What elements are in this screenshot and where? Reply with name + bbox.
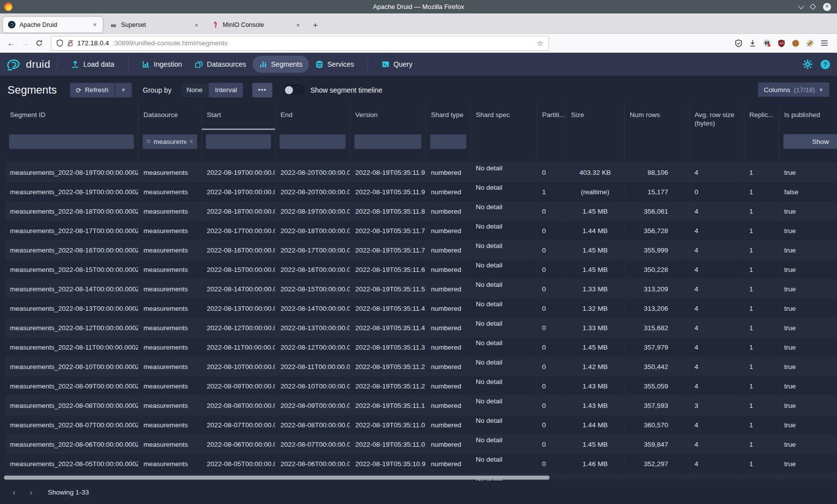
nav-item-query[interactable]: Query — [375, 56, 419, 73]
column-header-version[interactable]: Version — [350, 104, 426, 130]
tab-minio-console[interactable]: MinIO Console × — [206, 16, 306, 33]
filter-input-segment_id[interactable] — [9, 134, 134, 149]
filter-input-version[interactable] — [354, 134, 421, 149]
column-header-num_rows[interactable]: Num rows — [625, 104, 690, 130]
filter-input-end[interactable] — [279, 134, 346, 149]
column-header-label: End — [280, 111, 339, 120]
new-tab-button[interactable]: + — [308, 20, 323, 33]
help-icon[interactable]: ? — [821, 60, 830, 69]
more-options-button[interactable]: ••• — [252, 83, 273, 98]
next-page-icon[interactable]: › — [24, 486, 38, 500]
filter-tag-datasource[interactable]: =measureme× — [142, 134, 197, 149]
table-row[interactable]: measurements_2022-08-05T00:00:00.000Z...… — [5, 454, 837, 474]
cell-value: numbered — [431, 441, 461, 448]
snowflake-extension-icon[interactable] — [806, 39, 814, 47]
cell-value: 1.46 MB — [582, 460, 607, 468]
table-row[interactable]: measurements_2022-08-19T00:00:00.000Z...… — [5, 163, 837, 182]
settings-gear-icon[interactable] — [803, 59, 813, 69]
cell-version: 2022-08-19T05:35:11.0... — [350, 415, 426, 434]
cell-shard_spec: No detail — [471, 260, 537, 279]
tab-close-icon[interactable]: × — [295, 21, 301, 29]
close-icon[interactable]: × — [189, 137, 193, 145]
containers-extension-icon[interactable] — [763, 39, 771, 47]
url-bar[interactable]: 172.18.0.4:30899/unified-console.html#se… — [51, 36, 549, 51]
group-by-interval-button[interactable]: Interval — [208, 83, 243, 98]
cell-value: 355,999 — [644, 247, 668, 254]
menu-hamburger-icon[interactable] — [821, 40, 828, 46]
nav-item-segments[interactable]: Segments — [253, 56, 309, 73]
tab-close-icon[interactable]: × — [193, 21, 199, 29]
downloads-icon[interactable] — [749, 39, 756, 47]
cell-value: true — [784, 382, 796, 390]
column-header-start[interactable]: Start — [202, 104, 276, 130]
nav-item-load-data[interactable]: Load data — [65, 56, 121, 73]
insecure-lock-icon[interactable] — [67, 39, 74, 47]
refresh-button[interactable]: ⟳ Refresh — [70, 83, 115, 98]
table-row[interactable]: measurements_2022-08-15T00:00:00.000Z...… — [5, 260, 837, 279]
is-published-show-button[interactable]: Show — [783, 134, 837, 149]
filter-input-start[interactable] — [206, 134, 271, 149]
column-header-segment_id[interactable]: Segment ID — [5, 104, 139, 130]
chevron-down-icon: ▼ — [121, 87, 126, 93]
window-maximize-icon[interactable] — [810, 3, 816, 10]
column-header-size[interactable]: Size — [566, 104, 625, 130]
table-row[interactable]: measurements_2022-08-11T00:00:00.000Z...… — [5, 338, 837, 357]
column-header-shard_type[interactable]: Shard type — [426, 104, 471, 130]
table-row[interactable]: measurements_2022-08-07T00:00:00.000Z...… — [5, 415, 837, 435]
protections-shield-icon[interactable] — [735, 39, 742, 47]
cell-value: 2022-08-19T05:35:11.2... — [355, 382, 426, 390]
cell-shard_spec: No detail — [471, 299, 537, 318]
column-header-replication[interactable]: Replic... — [744, 104, 779, 130]
horizontal-scrollbar[interactable] — [0, 475, 837, 480]
table-row[interactable]: measurements_2022-08-17T00:00:00.000Z...… — [5, 221, 837, 241]
nav-item-datasources[interactable]: Datasources — [188, 56, 253, 73]
cell-datasource: measurements — [139, 299, 202, 318]
permissions-shield-icon[interactable] — [56, 39, 63, 47]
scrollbar-thumb[interactable] — [4, 476, 550, 480]
group-by-none-button[interactable]: None — [180, 83, 208, 98]
window-minimize-icon[interactable] — [798, 3, 805, 9]
nav-item-ingestion[interactable]: Ingestion — [136, 56, 189, 73]
druid-logo-icon — [7, 58, 22, 71]
table-row[interactable]: measurements_2022-08-13T00:00:00.000Z...… — [5, 299, 837, 318]
tab-superset[interactable]: ∞ Superset × — [105, 16, 204, 33]
cell-value: measurements_2022-08-12T00:00:00.000Z... — [10, 324, 139, 332]
table-row[interactable]: measurements_2022-08-16T00:00:00.000Z...… — [5, 241, 837, 260]
cookie-icon[interactable] — [792, 39, 800, 47]
bookmark-star-icon[interactable]: ☆ — [537, 39, 544, 48]
segment-timeline-toggle[interactable] — [283, 85, 304, 95]
column-header-partition[interactable]: Partiti... — [537, 104, 566, 130]
table-row[interactable]: measurements_2022-08-19T00:00:00.000Z...… — [5, 182, 837, 202]
tab-close-icon[interactable]: × — [92, 21, 98, 28]
column-header-datasource[interactable]: Datasource — [139, 104, 202, 130]
column-header-end[interactable]: End — [276, 104, 350, 130]
back-icon[interactable]: ← — [4, 36, 18, 50]
druid-logo[interactable]: druid — [7, 58, 50, 71]
segments-toolbar: Segments ⟳ Refresh ▼ Group by None Inter… — [0, 76, 837, 104]
prev-page-icon[interactable]: ‹ — [7, 486, 21, 500]
reload-icon[interactable] — [32, 36, 46, 50]
table-row[interactable]: measurements_2022-08-14T00:00:00.000Z...… — [5, 279, 837, 299]
refresh-caret-button[interactable]: ▼ — [115, 83, 132, 98]
table-row[interactable]: measurements_2022-08-10T00:00:00.000Z...… — [5, 357, 837, 377]
columns-button[interactable]: Columns (17/18) ▼ — [758, 82, 830, 97]
cell-shard_spec: No detail — [471, 396, 537, 415]
table-row[interactable]: measurements_2022-08-18T00:00:00.000Z...… — [5, 202, 837, 221]
window-close-button[interactable]: × — [823, 3, 831, 11]
cell-is_published: true — [779, 241, 837, 259]
table-row[interactable]: measurements_2022-08-08T00:00:00.000Z...… — [5, 396, 837, 415]
nav-item-services[interactable]: Services — [309, 56, 361, 73]
filter-input-shard_type[interactable] — [430, 134, 466, 149]
cell-size: 1.45 MB — [566, 260, 625, 279]
table-row[interactable]: measurements_2022-08-09T00:00:00.000Z...… — [5, 377, 837, 396]
column-header-is_published[interactable]: Is published — [779, 104, 837, 130]
column-header-shard_spec[interactable]: Shard spec — [471, 104, 537, 130]
table-row[interactable]: measurements_2022-08-06T00:00:00.000Z...… — [5, 435, 837, 454]
tab-apache-druid[interactable]: Apache Druid × — [3, 17, 103, 32]
cell-shard_type: numbered — [426, 454, 471, 473]
column-header-avg_row_size[interactable]: Avg. row size (bytes) — [690, 104, 744, 130]
cell-value: 2022-08-10T00:00:00.0... — [280, 382, 350, 390]
ublock-icon[interactable]: uO — [778, 39, 785, 47]
table-row[interactable]: measurements_2022-08-12T00:00:00.000Z...… — [5, 318, 837, 338]
cell-version: 2022-08-19T05:35:11.5... — [350, 279, 426, 298]
